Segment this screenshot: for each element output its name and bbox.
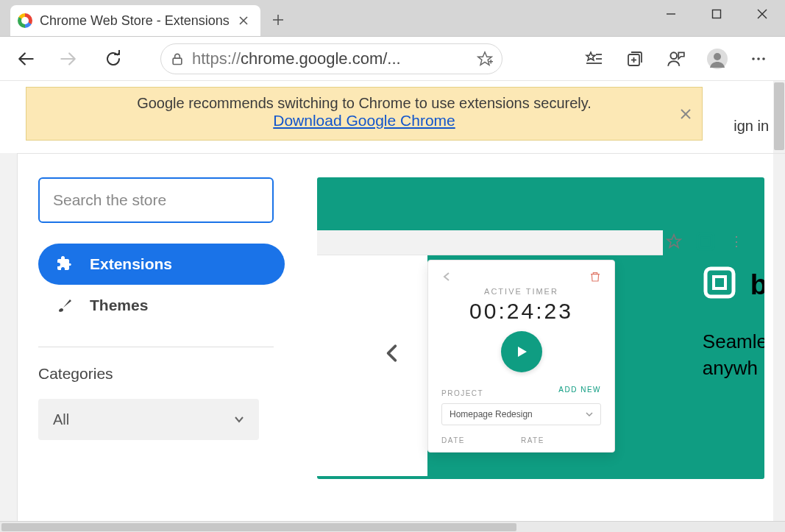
- page-content: Google recommends switching to Chrome to…: [0, 81, 785, 521]
- popup-back-icon[interactable]: [441, 272, 452, 282]
- browser-toolbar: https://chrome.google.com/...: [0, 37, 785, 81]
- minimize-button[interactable]: [648, 0, 694, 28]
- svg-rect-29: [702, 238, 709, 245]
- svg-marker-30: [518, 347, 527, 357]
- forward-arrow-icon: [58, 49, 77, 68]
- close-icon: [681, 109, 691, 119]
- left-gutter: [0, 153, 18, 521]
- brush-icon: [56, 297, 74, 314]
- date-label: DATE: [441, 436, 465, 444]
- close-icon: [239, 16, 248, 25]
- sidebar: Search the store Extensions Themes Categ: [18, 153, 308, 521]
- play-icon: [514, 344, 529, 359]
- refresh-icon: [104, 50, 122, 68]
- person-speech-icon: [667, 49, 686, 68]
- svg-point-21: [714, 53, 721, 60]
- svg-rect-5: [713, 10, 721, 18]
- svg-rect-28: [697, 233, 714, 249]
- sidebar-item-label: Extensions: [90, 255, 172, 273]
- lock-icon: [170, 52, 185, 66]
- download-chrome-link[interactable]: Download Google Chrome: [273, 112, 455, 129]
- plus-icon: [272, 14, 284, 26]
- favorites-list-icon: [585, 50, 603, 68]
- main-content: ⋮ ACTIVE TIMER 00:24:23 PROJECT: [308, 153, 785, 521]
- scroll-thumb[interactable]: [1, 523, 516, 531]
- scroll-thumb[interactable]: [774, 82, 784, 150]
- close-window-button[interactable]: [739, 0, 785, 28]
- window-titlebar: Chrome Web Store - Extensions: [0, 0, 785, 37]
- dropdown-value: All: [53, 411, 69, 428]
- address-bar[interactable]: https://chrome.google.com/...: [160, 43, 502, 74]
- ellipsis-icon: [750, 50, 767, 68]
- profile-button[interactable]: [701, 43, 734, 75]
- maximize-button[interactable]: [694, 0, 739, 28]
- window-controls: [648, 0, 785, 28]
- star-icon: [666, 233, 682, 249]
- sign-in-link[interactable]: ign in: [734, 118, 769, 135]
- notification-close-button[interactable]: [678, 107, 693, 121]
- svg-point-19: [670, 52, 677, 59]
- timer-label: ACTIVE TIMER: [428, 287, 614, 296]
- add-new-link[interactable]: ADD NEW: [558, 386, 601, 394]
- svg-point-22: [752, 57, 755, 60]
- sidebar-item-label: Themes: [90, 297, 148, 314]
- sidebar-nav: Extensions Themes: [38, 244, 285, 326]
- refresh-button[interactable]: [97, 43, 129, 75]
- divider: [38, 347, 274, 347]
- play-button[interactable]: [501, 331, 542, 372]
- categories-heading: Categories: [38, 365, 285, 383]
- svg-rect-31: [706, 269, 734, 297]
- profile-avatar-icon: [706, 48, 728, 70]
- project-label: PROJECT: [441, 389, 483, 397]
- project-select[interactable]: Homepage Redesign: [441, 403, 601, 425]
- brand-logo-icon: [703, 266, 736, 299]
- tab-strip: Chrome Web Store - Extensions: [0, 0, 293, 36]
- chevron-left-icon: [383, 339, 402, 367]
- minimize-icon: [666, 9, 676, 19]
- timer-popup: ACTIVE TIMER 00:24:23 PROJECT ADD NEW Ho…: [427, 260, 615, 453]
- chevron-down-icon: [586, 411, 593, 418]
- sidebar-item-themes[interactable]: Themes: [38, 285, 285, 326]
- svg-marker-27: [667, 235, 681, 247]
- add-favorite-icon[interactable]: [477, 51, 493, 67]
- chevron-down-icon: [234, 414, 244, 425]
- back-arrow-icon: [17, 49, 36, 68]
- back-button[interactable]: [10, 43, 43, 75]
- hero-more-icon: ⋮: [730, 233, 744, 249]
- project-value: Homepage Redesign: [450, 409, 533, 419]
- horizontal-scrollbar[interactable]: [0, 521, 785, 532]
- svg-marker-12: [586, 52, 595, 60]
- url-text: https://chrome.google.com/...: [192, 49, 469, 68]
- puzzle-icon: [56, 255, 74, 273]
- timer-value: 00:24:23: [428, 299, 614, 324]
- hero-prev-button[interactable]: [374, 336, 410, 371]
- tab-close-button[interactable]: [237, 14, 250, 27]
- favorites-button[interactable]: [578, 43, 610, 75]
- tab-title: Chrome Web Store - Extensions: [40, 13, 230, 29]
- search-placeholder: Search the store: [53, 191, 166, 209]
- svg-marker-9: [478, 52, 491, 64]
- brand-name: b: [750, 269, 764, 301]
- trash-icon[interactable]: [589, 271, 601, 283]
- hero-tagline: Seamleanywh: [703, 328, 764, 382]
- svg-rect-32: [714, 277, 725, 288]
- featured-hero[interactable]: ⋮ ACTIVE TIMER 00:24:23 PROJECT: [317, 177, 764, 479]
- sidebar-item-extensions[interactable]: Extensions: [38, 244, 285, 285]
- rate-label: RATE: [521, 436, 544, 444]
- category-dropdown[interactable]: All: [38, 399, 259, 440]
- browser-tab[interactable]: Chrome Web Store - Extensions: [10, 5, 260, 36]
- hero-browser-bar: [317, 230, 663, 255]
- new-tab-button[interactable]: [263, 5, 293, 35]
- forward-button[interactable]: [51, 43, 84, 75]
- chrome-favicon: [18, 13, 32, 28]
- maximize-icon: [711, 9, 722, 19]
- more-menu-button[interactable]: [742, 43, 775, 75]
- search-input[interactable]: Search the store: [38, 177, 274, 223]
- switch-to-chrome-banner: Google recommends switching to Chrome to…: [26, 87, 703, 141]
- notification-text: Google recommends switching to Chrome to…: [137, 95, 592, 111]
- extension-badge-icon: [695, 231, 716, 252]
- account-button[interactable]: [660, 43, 692, 75]
- svg-point-23: [757, 57, 760, 60]
- collections-button[interactable]: [619, 43, 651, 75]
- svg-rect-8: [173, 58, 182, 64]
